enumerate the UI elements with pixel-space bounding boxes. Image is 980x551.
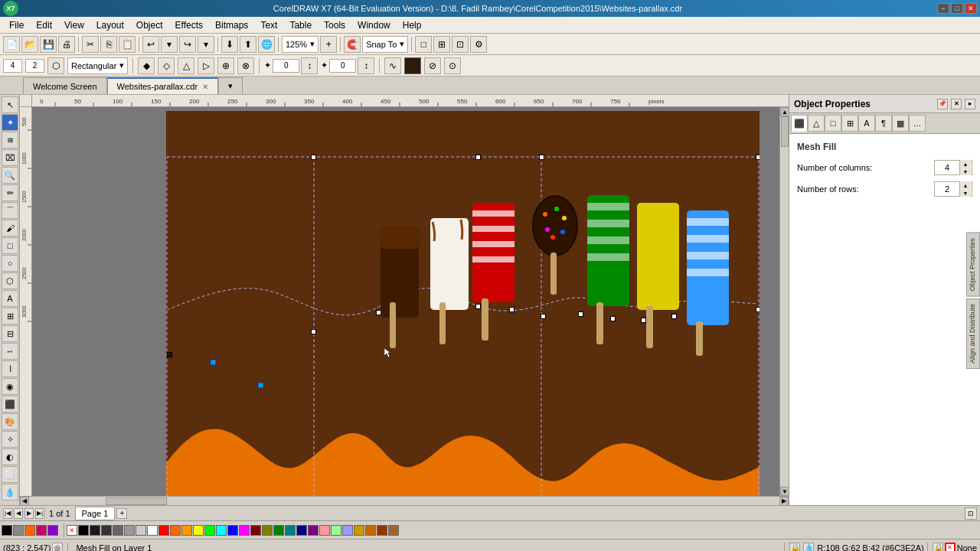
close-button[interactable]: ✕ (965, 3, 977, 14)
mesh-handle[interactable] (756, 155, 760, 160)
connector-tool[interactable]: ⌇ (2, 360, 18, 377)
swatch-red[interactable] (158, 525, 169, 536)
panel-tab-effect[interactable]: ⊞ (841, 115, 858, 132)
smartdraw-tool[interactable]: ⌒ (2, 202, 18, 219)
swatch-gold[interactable] (354, 525, 364, 536)
new-button[interactable]: 📄 (3, 36, 20, 53)
table-tool[interactable]: ⊞ (2, 308, 18, 324)
view-btn1[interactable]: □ (415, 36, 432, 53)
cut-button[interactable]: ✂ (82, 36, 99, 53)
columns-down-btn[interactable]: ▼ (959, 168, 971, 175)
page-last-btn[interactable]: ▶| (35, 508, 44, 519)
polygon-tool[interactable]: ⬡ (2, 272, 18, 289)
scroll-right-btn[interactable]: ▶ (779, 497, 789, 506)
page-tab-1[interactable]: Page 1 (75, 507, 116, 520)
color-swatch-pink[interactable] (36, 525, 47, 536)
horizontal-scrollbar[interactable]: ◀ ▶ (20, 496, 789, 505)
menu-item-tools[interactable]: Tools (318, 18, 351, 32)
color-eyedropper[interactable]: 🎨 (2, 413, 18, 430)
coords-btn[interactable]: ◎ (52, 543, 63, 552)
parallel-tool[interactable]: ⊟ (2, 325, 18, 342)
panel-tab-fill[interactable]: △ (808, 115, 825, 132)
no-color-swatch[interactable]: ✕ (67, 525, 77, 536)
num-input-2[interactable] (25, 59, 44, 73)
panel-expand-btn[interactable]: ▸ (965, 99, 975, 109)
swatch-light-gray[interactable] (136, 525, 146, 536)
mesh-handle-black[interactable] (167, 352, 172, 357)
node-btn1[interactable]: ◆ (138, 57, 155, 74)
panel-tab-more[interactable]: … (909, 115, 926, 132)
dimension-tool[interactable]: ↔ (2, 343, 18, 360)
x-lock-btn[interactable]: ↕ (301, 57, 318, 74)
columns-up-btn[interactable]: ▲ (959, 160, 971, 168)
panel-pin-btn[interactable]: 📌 (937, 99, 948, 109)
scroll-track-v[interactable] (780, 116, 789, 487)
object-props-tab[interactable]: Object Properties (966, 233, 980, 297)
menu-item-file[interactable]: File (3, 18, 30, 32)
tab-document[interactable]: Websites-parallax.cdr ✕ (107, 77, 219, 94)
open-button[interactable]: 📂 (21, 36, 38, 53)
swatch-dark-green[interactable] (273, 525, 284, 536)
menu-item-table[interactable]: Table (283, 18, 318, 32)
lock-icon[interactable]: 🔒 (789, 543, 800, 552)
redo-dropdown[interactable]: ▾ (198, 36, 214, 53)
snap-dropdown[interactable]: Snap To ▾ (362, 36, 408, 53)
smooth-btn[interactable]: ∿ (384, 57, 401, 74)
transparency-tool[interactable]: ⬜ (2, 466, 18, 483)
redo-button[interactable]: ↪ (179, 36, 196, 53)
color-swatch-orange[interactable] (24, 525, 35, 536)
canvas[interactable] (32, 107, 779, 496)
swatch-cyan[interactable] (216, 525, 227, 536)
node-btn5[interactable]: ⊕ (217, 57, 234, 74)
scroll-up-btn[interactable]: ▲ (780, 107, 789, 116)
view-btn3[interactable]: ⊡ (452, 36, 469, 53)
swatch-navy[interactable] (296, 525, 307, 536)
eyedropper-tool[interactable]: 💧 (2, 484, 18, 500)
scroll-thumb-h[interactable] (106, 497, 167, 505)
swatch-pink[interactable] (319, 525, 330, 536)
node-btn6[interactable]: ⊗ (237, 57, 254, 74)
swatch-white[interactable] (147, 525, 158, 536)
swatch-dark-gray[interactable] (101, 525, 112, 536)
page-first-btn[interactable]: |◀ (3, 508, 12, 519)
swatch-purple[interactable] (308, 525, 318, 536)
swatch-magenta[interactable] (239, 525, 250, 536)
fill-icon[interactable]: 🔒 (933, 543, 943, 552)
fill-tool[interactable]: ◉ (2, 378, 18, 395)
menu-item-effects[interactable]: Effects (169, 18, 209, 32)
vertical-scrollbar[interactable]: ▲ ▼ (779, 107, 789, 496)
swatch-orange[interactable] (181, 525, 192, 536)
scroll-track-h[interactable] (29, 497, 779, 505)
rectangle-tool[interactable]: □ (2, 237, 18, 254)
menu-item-window[interactable]: Window (351, 18, 397, 32)
save-button[interactable]: 💾 (40, 36, 57, 53)
smart-fill-tool[interactable]: ⬛ (2, 396, 18, 412)
mask-btn[interactable]: ⊘ (424, 57, 441, 74)
menu-item-layout[interactable]: Layout (90, 18, 130, 32)
maximize-button[interactable]: □ (951, 3, 963, 14)
smear-tool[interactable]: ≋ (2, 132, 18, 148)
scroll-left-btn[interactable]: ◀ (20, 497, 29, 506)
stroke-swatch[interactable] (13, 525, 24, 536)
shadow-tool[interactable]: ◐ (2, 448, 18, 465)
select-tool[interactable]: ↖ (2, 96, 18, 113)
tab-welcome[interactable]: Welcome Screen (23, 77, 107, 94)
tab-document-close[interactable]: ✕ (202, 83, 208, 91)
transform-btn[interactable]: ⊙ (444, 57, 461, 74)
y-lock-btn[interactable]: ↕ (358, 57, 374, 74)
artistic-tool[interactable]: 🖌 (2, 220, 18, 236)
panel-close-btn[interactable]: ✕ (951, 99, 962, 109)
swatch-olive[interactable] (262, 525, 273, 536)
swatch-dark-brown[interactable] (377, 525, 387, 536)
minimize-button[interactable]: − (937, 3, 949, 14)
node-btn4[interactable]: ▷ (198, 57, 214, 74)
mesh-handle[interactable] (756, 307, 760, 312)
copy-button[interactable]: ⎘ (100, 36, 117, 53)
ellipse-tool[interactable]: ○ (2, 255, 18, 272)
undo-dropdown[interactable]: ▾ (161, 36, 178, 53)
swatch-light-green[interactable] (331, 525, 341, 536)
page-next-btn[interactable]: ▶ (24, 508, 34, 519)
menu-item-edit[interactable]: Edit (30, 18, 58, 32)
color-swatch-purple[interactable] (47, 525, 58, 536)
crop-tool[interactable]: ⌧ (2, 149, 18, 166)
